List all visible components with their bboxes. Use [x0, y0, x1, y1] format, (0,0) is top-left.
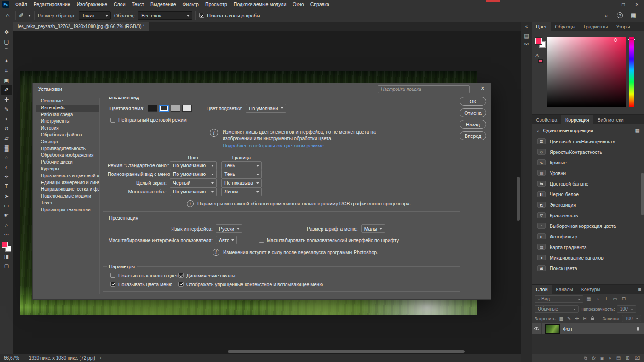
mode-color-select[interactable]: По умолчанию [170, 187, 217, 196]
adjustment-levels[interactable]: ▥ Уровни [532, 168, 644, 178]
adjustment-vibrance[interactable]: ▽ Красочность [532, 210, 644, 221]
menu-item[interactable]: Файл [12, 0, 30, 9]
highlight-color-select[interactable]: По умолчанию [246, 104, 286, 113]
ui-language-select[interactable]: Русский [216, 224, 242, 233]
preferences-nav-item[interactable]: Производительность [36, 146, 99, 153]
menu-item[interactable]: Просмотр [202, 0, 230, 9]
adjustment-color-balance[interactable]: ⇋ Цветовой баланс [532, 178, 644, 189]
filter-type-layers-icon[interactable]: T [603, 296, 610, 301]
menu-item[interactable]: Текст [129, 0, 147, 9]
help-icon[interactable]: ? [617, 12, 623, 18]
adjustment-color-lookup[interactable]: ⊞ Поиск цвета [532, 263, 644, 273]
workspace-switcher-icon[interactable]: ▦ [629, 12, 638, 19]
option-checkbox[interactable]: Динамические шкалы [178, 273, 455, 278]
maximize-icon[interactable]: □ [616, 0, 630, 9]
preferences-nav-item[interactable]: Обработка изображения [36, 152, 99, 159]
type-tool[interactable]: T [1, 181, 12, 191]
document-tab[interactable]: les_reka_peyzazh_82762_1920x1080.jpg @ 6… [13, 22, 150, 31]
opacity-select[interactable]: 100% [617, 305, 636, 313]
brush-tool[interactable]: ✎ [1, 104, 12, 114]
lock-position-icon[interactable]: ✛ [574, 316, 580, 321]
chevron-down-icon[interactable]: ⌄ [536, 128, 540, 133]
preferences-nav-item[interactable]: Единицы измерения и линейки [36, 180, 99, 187]
adjustment-hue-saturation[interactable]: ≣ Цветовой тон/Насыщенность [532, 136, 644, 147]
layer-thumbnail[interactable] [545, 324, 560, 334]
foreground-background-swatches[interactable] [1, 242, 12, 252]
filter-pixel-layers-icon[interactable]: ▦ [586, 296, 592, 301]
zoom-tool[interactable]: ⌕ [1, 220, 12, 230]
color-field-marker[interactable] [614, 38, 617, 42]
menu-item[interactable]: Справка [307, 0, 333, 9]
expand-panels-icon[interactable]: « [525, 24, 528, 29]
edit-toolbar-icon[interactable]: ⋯ [4, 230, 9, 239]
mode-color-select[interactable]: Черный [170, 179, 217, 187]
mode-border-select[interactable]: Линия [221, 187, 262, 196]
hue-slider[interactable] [629, 37, 634, 107]
layer-effects-icon[interactable]: fx [592, 356, 596, 361]
adjustment-curves[interactable]: ∿ Кривые [532, 157, 644, 168]
eyedropper-tool[interactable]: ✐ [1, 85, 12, 95]
grid-view-icon[interactable]: ▦ [635, 127, 640, 133]
shape-tool[interactable]: ▭ [1, 201, 12, 210]
preferences-nav-item[interactable]: Направляющие, сетка и фрагменты [36, 186, 99, 193]
clone-stamp-tool[interactable]: ⌖ [1, 114, 12, 124]
preferences-search-input[interactable] [378, 85, 470, 93]
scrollbar-thumb[interactable] [228, 350, 465, 353]
lock-artboard-icon[interactable]: ⊞ [581, 316, 588, 321]
new-layer-icon[interactable]: ⊞ [626, 356, 629, 361]
close-window-icon[interactable]: ✕ [630, 0, 644, 9]
layer-visibility-icon[interactable] [534, 327, 539, 330]
theme-swatch-lightest[interactable] [182, 105, 192, 112]
menu-item[interactable]: Слои [110, 0, 129, 9]
home-icon[interactable]: ⌂ [4, 12, 12, 19]
next-button[interactable]: Вперед [460, 131, 486, 140]
quick-selection-tool[interactable]: ✦ [1, 56, 12, 66]
blend-mode-select[interactable]: Обычные [535, 305, 579, 313]
menu-item[interactable]: Выделение [147, 0, 179, 9]
prev-button[interactable]: Назад [460, 120, 486, 129]
add-layer-mask-icon[interactable]: ◙ [601, 356, 604, 361]
adjustment-black-white[interactable]: ◧ Черно-белое [532, 189, 644, 199]
marquee-tool[interactable]: ▢ [1, 37, 12, 46]
mode-border-select[interactable]: Не показывать [221, 179, 262, 187]
quick-mask-icon[interactable]: ◨ [4, 252, 9, 261]
menu-item[interactable]: Изображение [74, 0, 110, 9]
filter-shape-layers-icon[interactable]: ▭ [612, 296, 618, 301]
filter-smart-object-icon[interactable]: ⊡ [621, 296, 627, 301]
menu-item[interactable]: Редактирование [30, 0, 74, 9]
mode-color-select[interactable]: По умолчанию [170, 161, 217, 170]
mode-color-select[interactable]: По умолчанию [170, 170, 217, 179]
lock-transparency-icon[interactable]: ▩ [558, 316, 564, 321]
panel-tab[interactable]: Каналы [552, 285, 577, 294]
menu-font-size-select[interactable]: Малый [361, 224, 385, 233]
scale-ui-to-font-checkbox[interactable]: Масштабировать пользовательский интерфей… [259, 238, 399, 243]
panel-menu-icon[interactable]: ≡ [636, 115, 644, 124]
saturation-brightness-field[interactable] [547, 37, 626, 107]
preferences-nav-item[interactable]: Прозрачность и цветовой охват [36, 173, 99, 180]
adjustment-gradient-map[interactable]: ▤ Карта градиента [532, 242, 644, 252]
dodge-tool[interactable]: ◐ [1, 162, 12, 172]
preferences-nav-item[interactable]: Обработка файлов [36, 132, 99, 139]
neutral-mode-link[interactable]: Подробнее о нейтральном цветовом режиме [223, 142, 324, 149]
delete-layer-icon[interactable]: ⌧ [634, 356, 640, 361]
panel-tab[interactable]: Слои [532, 285, 552, 294]
adjustment-channel-mixer[interactable]: ◑ Микширование каналов [532, 252, 644, 263]
theme-swatch-darkest[interactable] [148, 105, 157, 112]
pen-tool[interactable]: ✒ [1, 172, 12, 181]
preferences-nav-item[interactable]: Интерфейс [36, 105, 99, 112]
layer-row[interactable]: Фон [532, 323, 644, 334]
screen-mode-icon[interactable]: ▢ [4, 261, 9, 270]
move-tool[interactable]: ✥ [1, 27, 12, 37]
preferences-nav-item[interactable]: Рабочие диски [36, 159, 99, 166]
foreground-swatch[interactable] [2, 242, 8, 248]
option-checkbox[interactable]: Показывать цвета меню [110, 282, 178, 287]
panel-tab[interactable]: Свойства [532, 115, 561, 124]
eraser-tool[interactable]: ▱ [1, 133, 12, 143]
frame-tool[interactable]: ▣ [1, 75, 12, 85]
preferences-nav-item[interactable]: Просмотры технологии [36, 207, 99, 214]
minimize-icon[interactable]: – [603, 0, 616, 9]
lock-all-icon[interactable] [589, 316, 596, 321]
preferences-nav-item[interactable]: Курсоры [36, 166, 99, 173]
horizontal-scrollbar[interactable] [13, 350, 521, 353]
panel-tab[interactable]: Цвет [532, 22, 551, 31]
